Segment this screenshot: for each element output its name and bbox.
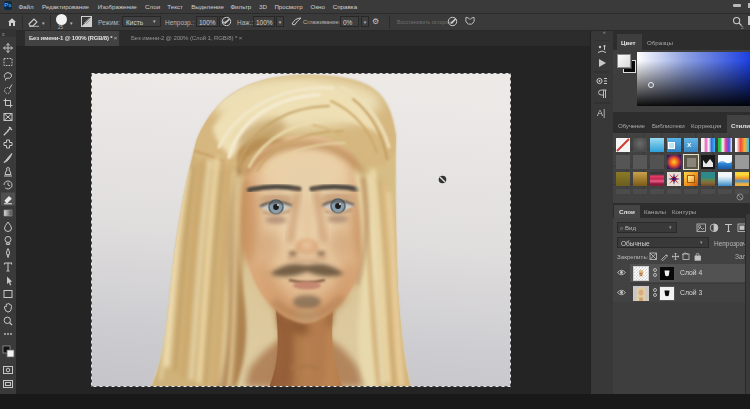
- svg-text:A|: A|: [597, 108, 605, 118]
